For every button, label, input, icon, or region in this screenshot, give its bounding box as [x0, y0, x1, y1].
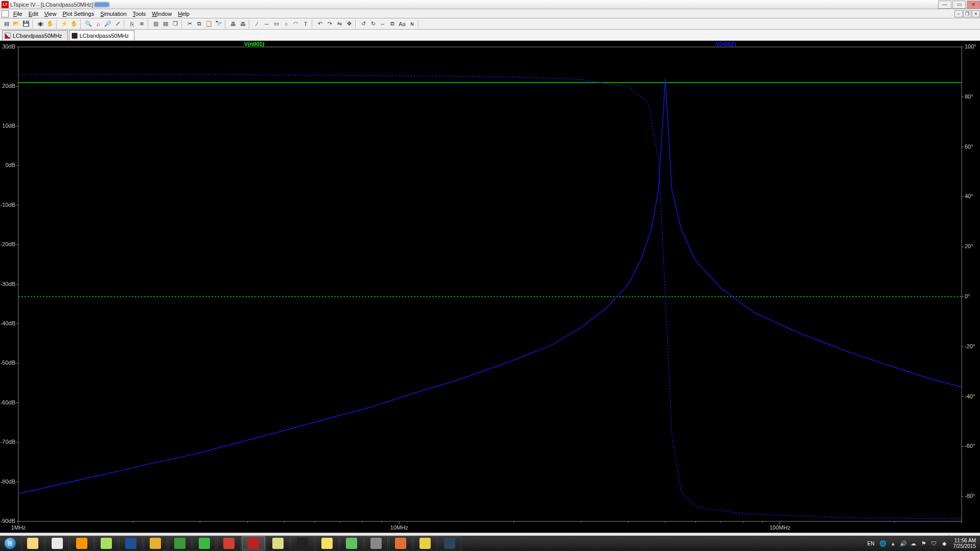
toolbar-draw-line-button[interactable]: ─	[262, 19, 271, 29]
bode-plot[interactable]: -90dB-80dB-70dB-60dB-50dB-40dB-30dB-20dB…	[0, 41, 980, 533]
tray-arrow-icon[interactable]: ▴	[889, 539, 897, 547]
svg-text:40°: 40°	[965, 193, 973, 199]
svg-text:V(n001): V(n001)	[244, 41, 265, 47]
toolbar-duplicate-button[interactable]: ⧉	[388, 19, 397, 29]
taskbar-app2-button[interactable]	[168, 536, 192, 550]
start-button[interactable]	[0, 536, 20, 551]
tray-shield-icon[interactable]: 🛡	[930, 539, 938, 547]
toolbar-draw-rect-button[interactable]: ▭	[272, 19, 281, 29]
toolbar-probe-button[interactable]: ⚡	[60, 19, 69, 29]
explorer-icon	[27, 538, 38, 549]
taskbar-ltspice-button[interactable]	[242, 536, 265, 550]
taskbar-notepadpp-button[interactable]	[95, 536, 118, 550]
toolbar-tile-h-button[interactable]: ▥	[151, 19, 160, 29]
toolbar-open-button[interactable]: 📂	[12, 19, 21, 29]
toolbar-paste-button[interactable]: 📋	[204, 19, 214, 29]
toolbar-rotate-l-button[interactable]: ↶	[315, 19, 324, 29]
tray-cloud-icon[interactable]: ☁	[909, 539, 918, 547]
taskbar-app1-button[interactable]	[144, 536, 167, 550]
taskbar-chrome-button[interactable]	[45, 536, 69, 550]
toolbar-draw-text-button[interactable]: T	[301, 19, 310, 29]
chrome-icon	[52, 538, 63, 549]
maximize-button[interactable]: ▭	[952, 1, 966, 9]
toolbar-stop-button[interactable]: ✋	[45, 19, 55, 29]
svg-text:-20dB: -20dB	[1, 241, 15, 247]
menu-view[interactable]: View	[41, 11, 60, 17]
tab-schematic-lcbandpass50mhz[interactable]: LCbandpass50MHz	[2, 30, 68, 40]
language-indicator[interactable]: EN	[865, 541, 878, 546]
menu-window[interactable]: Window	[149, 11, 175, 17]
app7-icon	[419, 538, 431, 549]
toolbar-rotate-r-button[interactable]: ↷	[325, 19, 334, 29]
mdi-restore-button[interactable]: ❐	[963, 10, 971, 17]
toolbar-draw-wire-button[interactable]: ∕	[252, 19, 262, 29]
menu-simulation[interactable]: Simulation	[97, 11, 129, 17]
menu-tools[interactable]: Tools	[130, 11, 149, 17]
toolbar-zoom-out-button[interactable]: 🔎	[103, 19, 112, 29]
svg-text:0°: 0°	[965, 293, 970, 299]
toolbar-save-button[interactable]: 💾	[21, 19, 31, 29]
taskbar-steam-button[interactable]	[438, 536, 461, 550]
toolbar-setup-button[interactable]: 🖷	[238, 19, 247, 29]
toolbar-cut-button[interactable]: ✂	[185, 19, 194, 29]
svg-text:100°: 100°	[965, 43, 976, 50]
toolbar-draw-circle-button[interactable]: ○	[282, 19, 291, 29]
toolbar-zoom-in-button[interactable]: 🔍	[84, 19, 93, 29]
taskbar-app5-button[interactable]	[340, 536, 363, 550]
window-controls: — ▭ ✕	[937, 1, 980, 9]
menu-plot-settings[interactable]: Plot Settings	[59, 11, 97, 17]
tray-network-icon[interactable]: 🌐	[879, 539, 887, 547]
taskbar-app3-button[interactable]	[193, 536, 216, 550]
steam-icon	[444, 538, 455, 549]
toolbar-print-button[interactable]: 🖶	[228, 19, 238, 29]
toolbar-copy-button[interactable]: ⧉	[195, 19, 204, 29]
toolbar-find-button[interactable]: 🔭	[214, 19, 223, 29]
toolbar-draw-arc-button[interactable]: ◠	[291, 19, 300, 29]
tray-misc-icon[interactable]: ◆	[940, 539, 948, 547]
toolbar-undo-button[interactable]: ↺	[359, 19, 368, 29]
taskbar-app7-button[interactable]	[413, 536, 437, 550]
toolbar-drag-button[interactable]: ↔	[378, 19, 387, 29]
taskbar-sticky-button[interactable]	[315, 536, 339, 550]
taskbar-explorer-button[interactable]	[21, 536, 44, 550]
notepadpp-icon	[101, 538, 112, 549]
taskbar-app6-button[interactable]	[389, 536, 412, 550]
toolbar-autorange-button[interactable]: ⎘	[127, 19, 136, 29]
minimize-button[interactable]: —	[938, 1, 951, 9]
menu-bar: FileEditViewPlot SettingsSimulationTools…	[0, 9, 980, 18]
toolbar-new-button[interactable]: ▤	[2, 19, 11, 29]
menu-edit[interactable]: Edit	[26, 11, 41, 17]
toolbar-zoom-fit-button[interactable]: ⤢	[113, 19, 122, 29]
toolbar-netname-button[interactable]: ɴ	[407, 19, 416, 29]
toolbar-hand-button[interactable]: ✋	[69, 19, 79, 29]
mdi-close-button[interactable]: ×	[972, 10, 980, 17]
taskbar-cmd-button[interactable]	[291, 536, 314, 550]
toolbar-label-button[interactable]: Aa	[398, 19, 407, 29]
mdi-minimize-button[interactable]: –	[954, 10, 963, 17]
menu-file[interactable]: File	[10, 11, 26, 17]
toolbar-move-button[interactable]: ✥	[344, 19, 354, 29]
toolbar-redo-button[interactable]: ↻	[368, 19, 378, 29]
taskbar-powershell-button[interactable]	[119, 536, 143, 550]
tray-volume-icon[interactable]: 🔊	[899, 539, 907, 547]
toolbar-run-button[interactable]: 🕷	[36, 19, 45, 29]
tab-plot-lcbandpass50mhz[interactable]: LCbandpass50MHz	[69, 30, 135, 40]
firefox-icon	[76, 538, 87, 549]
taskbar-app4-button[interactable]	[217, 536, 241, 550]
svg-text:1MHz: 1MHz	[11, 524, 26, 531]
toolbar-fft-button[interactable]: ≋	[137, 19, 146, 29]
toolbar-mirror-button[interactable]: ⇋	[335, 19, 344, 29]
tab-label: LCbandpass50MHz	[80, 33, 129, 39]
toolbar-tile-v-button[interactable]: ▤	[161, 19, 170, 29]
menu-help[interactable]: Help	[175, 11, 193, 17]
toolbar-cascade-button[interactable]: ❐	[171, 19, 180, 29]
clock[interactable]: 11:56 AM 7/25/2015	[949, 538, 981, 549]
taskbar-firefox-button[interactable]	[70, 536, 94, 550]
svg-text:60°: 60°	[965, 143, 973, 150]
tray-flag-icon[interactable]: ⚑	[920, 539, 928, 547]
toolbar-zoom-box-button[interactable]: ⌕	[94, 19, 103, 29]
taskbar-putty-button[interactable]	[266, 536, 290, 550]
plot-area[interactable]: -90dB-80dB-70dB-60dB-50dB-40dB-30dB-20dB…	[0, 41, 980, 533]
taskbar-tools-button[interactable]	[364, 536, 388, 550]
close-button[interactable]: ✕	[967, 1, 980, 9]
